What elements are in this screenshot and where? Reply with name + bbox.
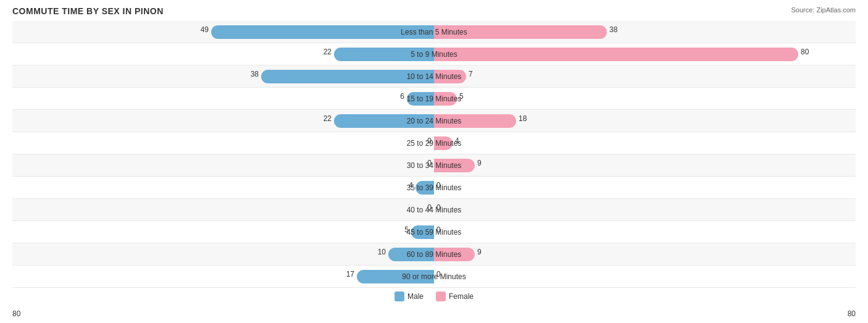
left-section: 4 [12, 177, 434, 198]
female-value: 7 [469, 70, 473, 78]
row-inner: 10 60 to 89 Minutes 9 [12, 243, 856, 265]
female-value: 80 [801, 48, 809, 56]
row-inner: 4 35 to 39 Minutes 0 [12, 177, 856, 198]
left-section: 22 [12, 110, 434, 132]
bar-row: 0 30 to 34 Minutes 9 [12, 154, 856, 177]
left-section: 5 [12, 221, 434, 243]
male-legend-box [394, 292, 404, 301]
male-bar: 38 [261, 70, 434, 83]
male-value: 0 [427, 136, 432, 145]
male-bar: 10 [388, 248, 434, 261]
row-inner: 17 90 or more Minutes 0 [12, 266, 856, 287]
male-value: 6 [400, 92, 404, 101]
bar-row: 17 90 or more Minutes 0 [12, 266, 856, 288]
right-section: 9 [434, 243, 856, 265]
male-value: 4 [409, 181, 413, 190]
female-value: 18 [519, 114, 527, 123]
male-value: 49 [201, 25, 209, 34]
left-section: 38 [12, 65, 434, 87]
bar-row: 49 Less than 5 Minutes 38 [12, 21, 856, 43]
chart-container: COMMUTE TIME BY SEX IN PINON Source: Zip… [0, 0, 868, 323]
right-section: 80 [434, 43, 856, 65]
left-section: 10 [12, 243, 434, 265]
male-value: 22 [323, 114, 332, 123]
female-legend-box [436, 292, 446, 301]
right-section: 7 [434, 65, 856, 87]
male-bar: 5 [411, 225, 434, 239]
female-value: 4 [455, 136, 459, 145]
bar-row: 0 40 to 44 Minutes 0 [12, 199, 856, 221]
male-bar: 6 [407, 92, 434, 106]
female-bar: 9 [434, 248, 475, 261]
male-bar: 49 [211, 25, 434, 39]
right-section: 38 [434, 21, 856, 43]
legend-female: Female [436, 292, 474, 301]
male-value: 22 [323, 48, 332, 56]
right-section: 0 [434, 221, 856, 243]
left-section: 0 [12, 132, 434, 154]
female-value: 0 [436, 203, 441, 212]
female-value: 9 [477, 248, 482, 256]
male-legend-label: Male [407, 292, 424, 301]
chart-title: COMMUTE TIME BY SEX IN PINON [12, 6, 856, 16]
male-bar: 4 [415, 181, 434, 195]
male-value: 17 [346, 270, 354, 279]
bar-row: 0 25 to 29 Minutes 4 [12, 132, 856, 154]
right-section: 5 [434, 88, 856, 109]
row-inner: 49 Less than 5 Minutes 38 [12, 21, 856, 43]
male-value: 10 [378, 248, 386, 256]
left-section: 0 [12, 154, 434, 176]
row-inner: 38 10 to 14 Minutes 7 [12, 65, 856, 87]
female-value: 0 [436, 225, 441, 234]
female-bar: 7 [434, 70, 466, 83]
male-value: 38 [251, 70, 259, 78]
legend-male: Male [394, 292, 424, 301]
right-section: 9 [434, 154, 856, 176]
female-value: 0 [436, 181, 441, 190]
male-value: 0 [427, 203, 432, 212]
row-inner: 6 15 to 19 Minutes 5 [12, 88, 856, 109]
row-inner: 0 40 to 44 Minutes 0 [12, 199, 856, 220]
female-bar: 18 [434, 114, 516, 128]
female-value: 9 [477, 159, 482, 167]
row-inner: 0 25 to 29 Minutes 4 [12, 132, 856, 154]
female-legend-label: Female [449, 292, 474, 301]
female-value: 0 [436, 270, 441, 279]
row-inner: 0 30 to 34 Minutes 9 [12, 154, 856, 176]
bar-row: 22 5 to 9 Minutes 80 [12, 43, 856, 65]
male-bar: 22 [334, 114, 434, 128]
female-bar: 80 [434, 48, 798, 61]
right-section: 0 [434, 266, 856, 287]
right-section: 0 [434, 199, 856, 220]
source-text: Source: ZipAtlas.com [791, 6, 856, 14]
female-bar: 5 [434, 92, 457, 106]
left-section: 17 [12, 266, 434, 287]
male-bar: 22 [334, 48, 434, 61]
row-inner: 5 45 to 59 Minutes 0 [12, 221, 856, 243]
bar-row: 6 15 to 19 Minutes 5 [12, 88, 856, 110]
bars-area: 49 Less than 5 Minutes 38 22 5 to 9 Minu… [12, 21, 856, 288]
left-section: 6 [12, 88, 434, 109]
female-bar: 9 [434, 159, 475, 172]
axis-right: 80 [848, 309, 856, 318]
female-bar: 38 [434, 25, 607, 39]
male-bar: 17 [357, 270, 434, 283]
right-section: 4 [434, 132, 856, 154]
bar-row: 4 35 to 39 Minutes 0 [12, 177, 856, 199]
bar-row: 38 10 to 14 Minutes 7 [12, 65, 856, 88]
bar-row: 5 45 to 59 Minutes 0 [12, 221, 856, 243]
row-inner: 22 20 to 24 Minutes 18 [12, 110, 856, 132]
right-section: 18 [434, 110, 856, 132]
left-section: 22 [12, 43, 434, 65]
female-value: 38 [609, 25, 617, 34]
male-value: 5 [404, 225, 409, 234]
axis-left: 80 [12, 309, 20, 318]
left-section: 0 [12, 199, 434, 220]
row-inner: 22 5 to 9 Minutes 80 [12, 43, 856, 65]
bar-row: 22 20 to 24 Minutes 18 [12, 110, 856, 132]
legend: Male Female [12, 292, 856, 301]
left-section: 49 [12, 21, 434, 43]
female-value: 5 [459, 92, 464, 101]
female-bar: 4 [434, 136, 453, 150]
male-value: 0 [427, 159, 432, 167]
